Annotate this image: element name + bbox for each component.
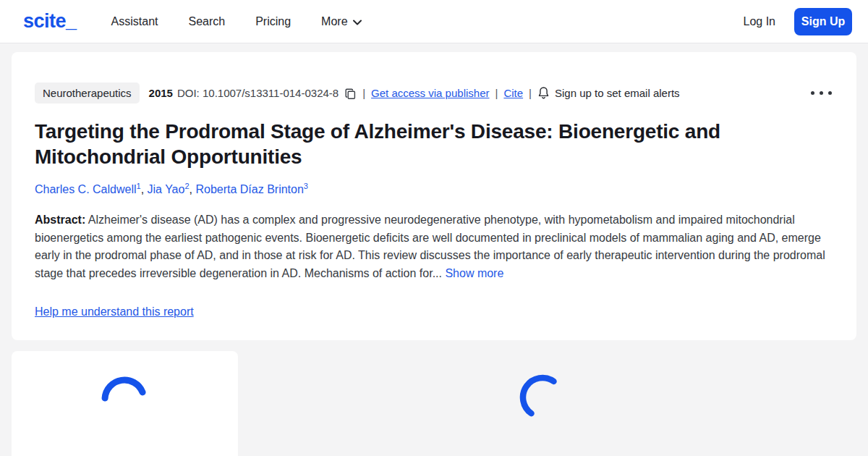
publication-year: 2015: [149, 87, 173, 99]
copy-icon: [344, 87, 357, 100]
email-alerts-label: Sign up to set email alerts: [555, 87, 680, 99]
bell-icon: [537, 86, 550, 100]
abstract: Abstract: Alzheimer's disease (AD) has a…: [35, 211, 833, 282]
abstract-text: Alzheimer's disease (AD) has a complex a…: [35, 214, 825, 279]
author-separator: ,: [141, 183, 148, 195]
signup-button[interactable]: Sign Up: [794, 8, 852, 35]
get-access-link[interactable]: Get access via publisher: [371, 87, 489, 99]
scite-logo[interactable]: scite_: [23, 10, 77, 33]
login-link[interactable]: Log In: [744, 15, 775, 28]
loading-card: [12, 351, 238, 456]
chevron-down-icon: [353, 20, 362, 25]
author-link[interactable]: Charles C. Caldwell1: [35, 183, 141, 195]
journal-badge[interactable]: Neurotherapeutics: [35, 83, 140, 104]
copy-doi-button[interactable]: [344, 87, 357, 100]
author-link[interactable]: Jia Yao2: [148, 183, 190, 195]
cite-link[interactable]: Cite: [503, 87, 523, 99]
author-affiliation-sup: 3: [304, 182, 308, 190]
nav-item-search[interactable]: Search: [188, 15, 225, 28]
nav-item-more-label: More: [321, 15, 347, 28]
meta-separator: |: [529, 87, 532, 99]
nav-item-more[interactable]: More: [321, 15, 361, 28]
loading-spinner: [519, 374, 566, 421]
help-understand-link[interactable]: Help me understand this report: [35, 305, 194, 318]
ellipsis-icon: [811, 91, 814, 95]
email-alerts-button[interactable]: Sign up to set email alerts: [537, 86, 680, 100]
doi-text: DOI: 10.1007/s13311-014-0324-8: [177, 87, 339, 99]
primary-nav: Assistant Search Pricing More: [111, 15, 362, 28]
navbar: scite_ Assistant Search Pricing More Log…: [0, 0, 868, 43]
paper-title: Targeting the Prodromal Stage of Alzheim…: [35, 119, 791, 169]
paper-meta-row: Neurotherapeutics 2015 DOI: 10.1007/s133…: [35, 83, 833, 104]
meta-separator: |: [362, 87, 365, 99]
paper-card: Neurotherapeutics 2015 DOI: 10.1007/s133…: [12, 52, 856, 340]
more-options-button[interactable]: [809, 87, 833, 99]
nav-item-assistant[interactable]: Assistant: [111, 15, 158, 28]
loading-spinner: [101, 376, 148, 423]
author-link[interactable]: Roberta Díaz Brinton3: [195, 183, 308, 195]
show-more-link[interactable]: Show more: [445, 267, 503, 279]
meta-separator: |: [495, 87, 498, 99]
abstract-label: Abstract:: [35, 214, 85, 226]
authors-list: Charles C. Caldwell1, Jia Yao2, Roberta …: [35, 182, 833, 196]
nav-item-pricing[interactable]: Pricing: [255, 15, 291, 28]
